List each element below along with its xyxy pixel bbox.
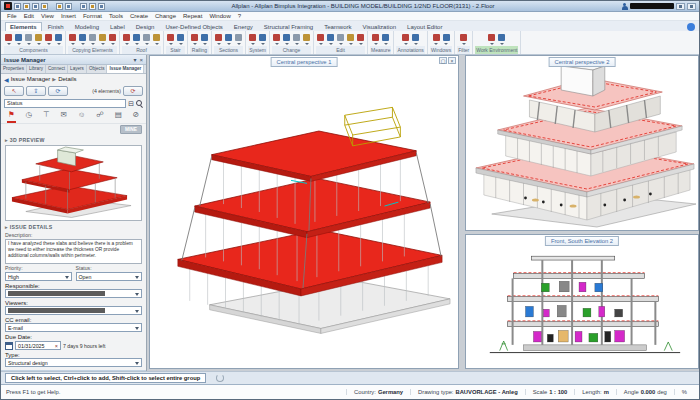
ribbon-tab-energy[interactable]: Energy <box>229 22 258 31</box>
redo-icon[interactable] <box>65 3 72 10</box>
responsible-select[interactable] <box>5 289 142 298</box>
ribbon-tab-modeling[interactable]: Modeling <box>70 22 104 31</box>
cc-email-select[interactable]: E-mail <box>5 323 142 332</box>
type-select[interactable]: Structural design <box>5 358 142 367</box>
ribbon-tool-icon[interactable] <box>132 33 141 46</box>
ribbon-tab-design[interactable]: Design <box>131 22 160 31</box>
ribbon-tool-icon[interactable] <box>326 33 335 46</box>
search-icon[interactable] <box>136 100 143 107</box>
ribbon-tool-icon[interactable] <box>497 33 506 46</box>
ribbon-tool-icon[interactable] <box>356 33 365 46</box>
ribbon-tool-icon[interactable] <box>68 33 77 46</box>
ribbon-tab-layout-editor[interactable]: Layout Editor <box>402 22 447 31</box>
status-filter-input[interactable] <box>4 99 126 108</box>
upload-issue-button[interactable]: ⇪ <box>26 86 46 96</box>
ribbon-tool-icon[interactable] <box>258 33 267 46</box>
ribbon-tool-icon[interactable] <box>272 33 281 46</box>
ribbon-tool-icon[interactable] <box>88 33 97 46</box>
maximize-icon[interactable]: ▢ <box>439 57 447 64</box>
ribbon-tool-icon[interactable] <box>190 33 199 46</box>
ribbon-tab-teamwork[interactable]: Teamwork <box>319 22 356 31</box>
ribbon-tool-icon[interactable] <box>14 33 23 46</box>
breadcrumb-root[interactable]: Issue Manager <box>11 76 51 82</box>
ribbon-tool-icon[interactable] <box>487 33 496 46</box>
ribbon-tool-icon[interactable] <box>78 33 87 46</box>
ribbon-tool-icon[interactable] <box>292 33 301 46</box>
document-icon[interactable]: ▤ <box>114 109 123 123</box>
comment-icon[interactable]: ✉ <box>59 109 67 123</box>
viewers-select[interactable] <box>5 306 142 315</box>
percent-field[interactable]: % <box>674 389 694 395</box>
priority-select[interactable]: High <box>5 272 72 281</box>
ribbon-tool-icon[interactable] <box>248 33 257 46</box>
app-icon[interactable] <box>4 2 12 10</box>
assignee-icon[interactable]: ☺ <box>77 109 87 123</box>
tab-layers[interactable]: Layers <box>68 65 87 73</box>
link-icon[interactable]: ☍ <box>95 109 105 123</box>
viewport-title[interactable]: Front, South Elevation 2 <box>545 236 619 246</box>
issue-3d-preview[interactable] <box>5 145 142 221</box>
drawing-type-field[interactable]: Drawing type:BAUVORLAGE - Anleg <box>410 389 525 395</box>
ribbon-tool-icon[interactable] <box>152 33 161 46</box>
mine-button[interactable]: MINE <box>120 125 142 134</box>
preview-section-header[interactable]: ▸ 3D PREVIEW <box>1 135 146 144</box>
flag-icon[interactable]: ⚑ <box>7 109 16 123</box>
length-field[interactable]: Length:m <box>574 389 616 395</box>
ribbon-tool-icon[interactable] <box>122 33 131 46</box>
ribbon-tool-icon[interactable] <box>346 33 355 46</box>
user-icon[interactable] <box>621 3 628 10</box>
angle-field[interactable]: Angle0.000deg <box>616 389 674 395</box>
print-icon[interactable] <box>41 3 48 10</box>
menu-window[interactable]: Window <box>209 13 230 19</box>
ribbon-tool-icon[interactable] <box>166 33 175 46</box>
ribbon-tool-icon[interactable] <box>34 33 43 46</box>
viewport-central-perspective-2[interactable]: Central perspective 2 <box>465 55 699 231</box>
ribbon-tab-visualization[interactable]: Visualization <box>358 22 402 31</box>
tab-properties[interactable]: Properties <box>1 65 27 73</box>
menu-create[interactable]: Create <box>130 13 148 19</box>
ribbon-tool-icon[interactable] <box>176 33 185 46</box>
ribbon-tool-icon[interactable] <box>4 33 13 46</box>
ribbon-tool-icon[interactable] <box>381 33 390 46</box>
settings-icon[interactable] <box>687 3 696 10</box>
ribbon-tab-user-defined-objects[interactable]: User-Defined Objects <box>160 22 227 31</box>
panel-pin-icon[interactable]: ▾ <box>133 56 136 63</box>
ribbon-tab-finish[interactable]: Finish <box>43 22 69 31</box>
tab-connect[interactable]: Connect <box>46 65 68 73</box>
clock-icon[interactable]: ◷ <box>25 109 34 123</box>
menu-insert[interactable]: Insert <box>61 13 76 19</box>
menu-view[interactable]: View <box>41 13 54 19</box>
notifications-icon[interactable] <box>676 3 685 10</box>
tab-objects[interactable]: Objects <box>87 65 108 73</box>
ribbon-tool-icon[interactable] <box>200 33 209 46</box>
ribbon-tool-icon[interactable] <box>371 33 380 46</box>
menu-tools[interactable]: Tools <box>109 13 123 19</box>
menu-format[interactable]: Format <box>83 13 102 19</box>
status-select[interactable]: Open <box>76 272 143 281</box>
help-icon[interactable] <box>687 23 695 31</box>
ribbon-tool-icon[interactable] <box>142 33 151 46</box>
menu-edit[interactable]: Edit <box>24 13 34 19</box>
details-section-header[interactable]: ▸ ISSUE DETAILS <box>1 222 146 231</box>
sync-issues-button[interactable]: ⟳ <box>48 86 68 96</box>
scale-field[interactable]: Scale1 : 100 <box>525 389 575 395</box>
tab-issue-manager[interactable]: Issue Manager <box>107 65 144 73</box>
panel-close-icon[interactable]: × <box>139 57 143 63</box>
ribbon-tool-icon[interactable] <box>214 33 223 46</box>
input-options-icon[interactable] <box>216 374 224 382</box>
viewport-central-perspective-1[interactable]: Central perspective 1 ▢ × <box>149 55 459 369</box>
info-icon[interactable]: ⊘ <box>132 109 140 123</box>
ribbon-tool-icon[interactable] <box>459 33 468 46</box>
tab-library[interactable]: Library <box>27 65 46 73</box>
ribbon-tool-icon[interactable] <box>336 33 345 46</box>
ribbon-tool-icon[interactable] <box>432 33 441 46</box>
description-textarea[interactable]: I have analyzed these slabs and believe … <box>5 239 142 264</box>
delete-icon[interactable] <box>98 3 105 10</box>
menu-change[interactable]: Change <box>155 13 176 19</box>
viewport-title[interactable]: Central perspective 2 <box>549 57 616 67</box>
trash-icon[interactable]: ⊟ <box>128 99 134 108</box>
ribbon-tool-icon[interactable] <box>44 33 53 46</box>
ribbon-tool-icon[interactable] <box>108 33 117 46</box>
ribbon-tool-icon[interactable] <box>282 33 291 46</box>
ribbon-tool-icon[interactable] <box>316 33 325 46</box>
